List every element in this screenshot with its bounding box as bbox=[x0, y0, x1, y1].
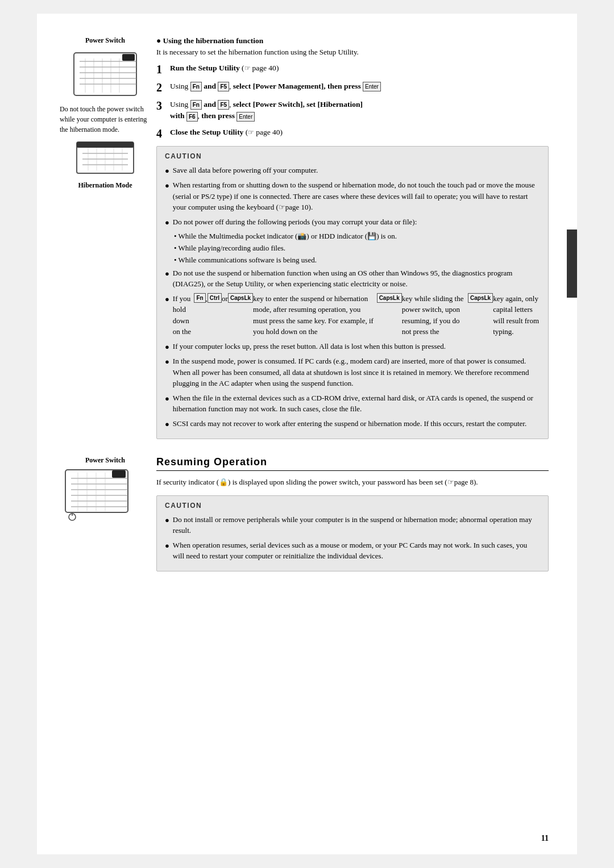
enter-key-3: Enter bbox=[237, 112, 255, 122]
caution2-item-1: Do not install or remove peripherals whi… bbox=[165, 514, 540, 536]
caution-item-6: If your computer locks up, press the res… bbox=[165, 341, 540, 353]
hibernation-sketch: Hibernation Mode bbox=[60, 139, 151, 190]
fn-key-3c: F6 bbox=[186, 112, 198, 122]
caution-box-1: CAUTION Save all data before powering of… bbox=[156, 146, 549, 440]
resuming-title: Resuming Operation bbox=[156, 456, 549, 471]
caution-item-5: If you hold down on the Fn, Ctrl or Caps… bbox=[165, 293, 540, 337]
step-1-num: 1 bbox=[156, 62, 165, 76]
caution-item-9: SCSI cards may not recover to work after… bbox=[165, 418, 540, 430]
fn-key-3a: Fn bbox=[190, 100, 202, 110]
power-switch-label: Power Switch bbox=[85, 36, 125, 45]
using-hibernate-subtitle: It is necessary to set the hibernation f… bbox=[156, 48, 549, 57]
caution-item-1: Save all data before powering off your c… bbox=[165, 165, 540, 177]
fn-key-3b: F5 bbox=[218, 100, 229, 110]
left-column: Power Switch bbox=[60, 36, 156, 445]
resuming-section: Power Switch bbox=[60, 456, 549, 577]
fn-key-5d: CapsLk bbox=[377, 293, 402, 303]
laptop-top-sketch bbox=[68, 47, 142, 104]
page-number: 11 bbox=[541, 834, 549, 843]
resuming-text: If security indicator (🔒) is displayed u… bbox=[156, 477, 549, 489]
step-2: 2 Using Fn and F5, select [Power Managem… bbox=[156, 81, 549, 94]
step-4-pageref: page 40 bbox=[248, 128, 280, 136]
caution2-item-2: When operation resumes, serial devices s… bbox=[165, 540, 540, 562]
step-4-num: 4 bbox=[156, 127, 165, 140]
svg-rect-29 bbox=[112, 470, 126, 478]
step-3: 3 Using Fn and F5, select [Power Switch]… bbox=[156, 99, 549, 122]
caution-label-2: CAUTION bbox=[165, 502, 540, 510]
fn-key-5c: CapsLk bbox=[228, 293, 253, 303]
caution-sub-3: While communications software is being u… bbox=[174, 255, 540, 265]
step-1: 1 Run the Setup Utility (page 40) bbox=[156, 62, 549, 76]
side-tab bbox=[567, 229, 577, 298]
caution-box-2: CAUTION Do not install or remove periphe… bbox=[156, 495, 549, 571]
page: Power Switch bbox=[37, 14, 577, 854]
step-1-text: Run the Setup Utility (page 40) bbox=[170, 62, 549, 74]
using-hibernate-title: Using the hibernation function bbox=[156, 36, 549, 45]
step-3-num: 3 bbox=[156, 99, 165, 112]
caution-item-8: When the file in the external devices su… bbox=[165, 393, 540, 415]
main-content: Power Switch bbox=[60, 36, 549, 445]
resuming-right-col: Resuming Operation If security indicator… bbox=[156, 456, 549, 577]
power-switch-top: Power Switch bbox=[60, 36, 151, 104]
do-not-touch-text: Do not touch the power switch while your… bbox=[60, 104, 151, 135]
caution-item-7: In the suspend mode, power is consumed. … bbox=[165, 356, 540, 389]
hibernation-mode-sketch bbox=[74, 139, 136, 179]
resuming-left-col: Power Switch bbox=[60, 456, 156, 577]
fn-key-5b: Ctrl bbox=[208, 293, 222, 303]
caution-item-2: When restarting from or shutting down to… bbox=[165, 180, 540, 213]
caution-item-4: Do not use the suspend or hibernation fu… bbox=[165, 268, 540, 290]
fn-key-2b: F5 bbox=[218, 82, 229, 91]
enter-key-2: Enter bbox=[363, 82, 381, 91]
svg-rect-13 bbox=[77, 142, 134, 148]
step-4-text: Close the Setup Utility (page 40) bbox=[170, 127, 549, 138]
caution-sub-1: While the Multimedia pocket indicator (📸… bbox=[174, 231, 540, 241]
step-1-pageref: page 40 bbox=[244, 64, 276, 72]
step-3-text: Using Fn and F5, select [Power Switch], … bbox=[170, 99, 549, 122]
laptop-bottom-sketch bbox=[60, 467, 134, 524]
caution-item-3: Do not power off during the following pe… bbox=[165, 216, 540, 228]
hibernation-mode-label: Hibernation Mode bbox=[78, 181, 132, 190]
fn-key-2a: Fn bbox=[190, 82, 202, 91]
power-switch-label-2: Power Switch bbox=[60, 456, 151, 465]
step-2-num: 2 bbox=[156, 81, 165, 94]
fn-key-5a: Fn bbox=[194, 293, 205, 303]
right-column: Using the hibernation function It is nec… bbox=[156, 36, 549, 445]
step-4: 4 Close the Setup Utility (page 40) bbox=[156, 127, 549, 140]
step-2-text: Using Fn and F5, select [Power Managemen… bbox=[170, 81, 549, 92]
resuming-content: Power Switch bbox=[60, 456, 549, 577]
caution-label-1: CAUTION bbox=[165, 152, 540, 160]
fn-key-5e: CapsLk bbox=[468, 293, 493, 303]
caution-sub-2: While playing/recording audio files. bbox=[174, 243, 540, 253]
svg-rect-6 bbox=[122, 54, 135, 61]
